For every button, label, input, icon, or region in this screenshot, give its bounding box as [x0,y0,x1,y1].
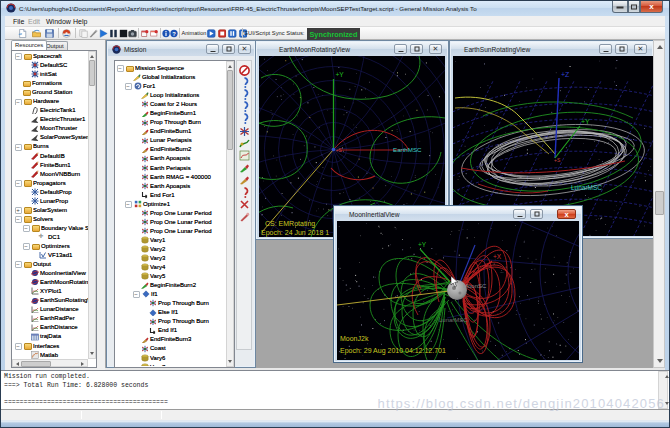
svg-text:CS: EMRotating: CS: EMRotating [265,220,315,228]
svg-text:MoonJ2k: MoonJ2k [340,335,369,342]
svg-text:+Y: +Y [581,118,590,125]
svg-text:LunarMSC: LunarMSC [571,184,602,191]
svg-text:?: ? [172,30,176,36]
svg-text:LunarMSC: LunarMSC [439,317,468,323]
svg-text:+Z: +Z [561,71,570,78]
svg-text:MoonSC: MoonSC [463,283,487,289]
svg-text:Epoch: 29 Aug 2010 04:12:12.70: Epoch: 29 Aug 2010 04:12:12.701 [340,347,446,355]
svg-text:+Y: +Y [336,71,345,78]
svg-text:Epoch: 24 Jun 2018 1: Epoch: 24 Jun 2018 1 [261,229,329,237]
svg-text:EarthMSC: EarthMSC [393,146,422,153]
svg-text:+S: +S [554,157,561,163]
svg-text:+Y: +Y [418,241,427,248]
svg-text:+X: +X [493,253,502,260]
svg-text:+S: +S [336,147,343,153]
